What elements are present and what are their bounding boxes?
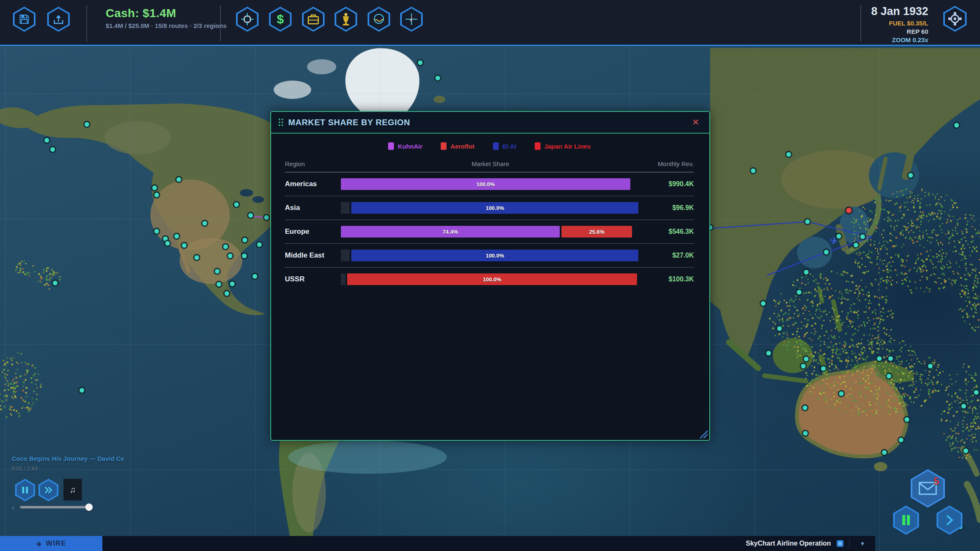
drag-handle-icon[interactable]	[279, 119, 283, 126]
alert-airport-dot[interactable]	[845, 207, 852, 214]
navigation-button[interactable]	[400, 7, 423, 32]
share-percent: 25.6%	[589, 229, 604, 235]
airport-dot[interactable]	[181, 243, 187, 248]
airport-dot[interactable]	[963, 448, 969, 454]
airport-dot[interactable]	[154, 228, 160, 234]
airport-dot[interactable]	[264, 215, 269, 220]
airport-dot[interactable]	[229, 281, 235, 287]
fleet-button[interactable]	[302, 7, 325, 32]
music-skip-button[interactable]	[38, 479, 58, 501]
volume-note-icon: ♪	[12, 505, 14, 511]
wire-button[interactable]: ◈ WIRE	[0, 536, 102, 551]
airport-dot[interactable]	[241, 253, 247, 259]
airport-dot[interactable]	[886, 373, 892, 379]
settings-button[interactable]	[943, 6, 967, 32]
app-title-group: SkyChart Airline Operation ▼	[746, 536, 875, 551]
world-stats-button[interactable]	[368, 7, 390, 32]
music-pause-button[interactable]	[15, 479, 35, 501]
radar-button[interactable]	[236, 7, 259, 32]
floppy-icon	[13, 7, 36, 32]
airport-dot[interactable]	[202, 220, 208, 226]
airport-dot[interactable]	[242, 237, 248, 243]
airport-dot[interactable]	[823, 249, 829, 255]
airport-dot[interactable]	[234, 202, 239, 207]
track-title: Coco Begins His Journey — David Ce	[12, 455, 137, 462]
volume-slider[interactable]	[20, 506, 91, 508]
airline-legend: KuhnAirAeroflotEl AlJapan Air Lines	[285, 142, 694, 150]
dollar-icon: $	[277, 12, 284, 26]
airport-dot[interactable]	[898, 437, 904, 443]
airport-dot[interactable]	[227, 253, 233, 259]
window-header[interactable]: MARKET SHARE BY REGION ✕	[271, 112, 709, 134]
airport-dot[interactable]	[176, 177, 182, 182]
airport-dot[interactable]	[417, 60, 423, 66]
airport-dot[interactable]	[803, 356, 809, 362]
achievements-button[interactable]	[335, 7, 357, 32]
close-icon[interactable]: ✕	[689, 116, 702, 128]
inbox-button[interactable]: 5	[911, 469, 945, 508]
airport-dot[interactable]	[435, 75, 441, 81]
airport-dot[interactable]	[927, 363, 933, 369]
airport-dot[interactable]	[214, 268, 220, 274]
airport-dot[interactable]	[800, 363, 806, 369]
legend-label: Aeroflot	[450, 143, 475, 150]
airport-dot[interactable]	[154, 192, 160, 198]
airport-dot[interactable]	[838, 391, 844, 397]
airport-dot[interactable]	[766, 350, 772, 356]
chevron-down-icon[interactable]: ▼	[856, 541, 869, 547]
airport-dot[interactable]	[888, 356, 894, 361]
airport-dot[interactable]	[836, 233, 842, 239]
airport-dot[interactable]	[50, 147, 56, 152]
game-date: 8 Jan 1932	[871, 5, 928, 18]
airport-dot[interactable]	[84, 121, 90, 127]
airport-dot[interactable]	[216, 281, 222, 287]
speed-forward-button[interactable]	[937, 506, 962, 535]
airport-dot[interactable]	[194, 255, 200, 260]
airport-dot[interactable]	[79, 387, 85, 393]
airport-dot[interactable]	[904, 417, 910, 422]
airport-dot[interactable]	[224, 291, 230, 296]
airport-dot[interactable]	[876, 356, 882, 361]
airport-dot[interactable]	[802, 405, 808, 411]
game-pause-button[interactable]	[893, 506, 919, 535]
airport-dot[interactable]	[860, 234, 866, 240]
airport-dot[interactable]	[256, 242, 262, 248]
app-title: SkyChart Airline Operation	[746, 540, 831, 547]
wire-label: WIRE	[46, 539, 66, 548]
music-list-button[interactable]: ♫	[63, 479, 82, 500]
airport-dot[interactable]	[973, 389, 979, 395]
airport-dot[interactable]	[786, 152, 792, 157]
airport-dot[interactable]	[853, 242, 859, 248]
airport-dot[interactable]	[777, 326, 782, 331]
legend-swatch	[441, 142, 447, 150]
airport-dot[interactable]	[881, 450, 887, 455]
airport-dot[interactable]	[908, 172, 914, 178]
airport-dot[interactable]	[165, 240, 170, 246]
load-button[interactable]	[47, 7, 70, 32]
top-bar: Cash: $1.4M $1.4M / $25.0M · 15/8 routes…	[0, 0, 980, 46]
app-pause-chip[interactable]	[837, 540, 843, 547]
save-button[interactable]	[13, 7, 36, 32]
airport-dot[interactable]	[820, 366, 826, 372]
zoom-level: ZOOM 0.23x	[871, 36, 928, 43]
airport-dot[interactable]	[961, 403, 967, 409]
airport-dot[interactable]	[796, 289, 802, 295]
share-bar-segment: 100.0%	[347, 273, 637, 285]
airport-dot[interactable]	[44, 137, 50, 143]
airport-dot[interactable]	[954, 122, 960, 128]
airport-dot[interactable]	[805, 219, 810, 225]
airport-dot[interactable]	[52, 280, 58, 286]
share-bar-segment: 25.6%	[561, 226, 632, 238]
airport-dot[interactable]	[750, 168, 756, 174]
airport-dot[interactable]	[802, 430, 808, 436]
share-bar-segment: 100.0%	[351, 202, 638, 214]
airport-dot[interactable]	[152, 185, 157, 191]
finance-button[interactable]: $	[269, 7, 292, 32]
airport-dot[interactable]	[803, 269, 809, 275]
airport-dot[interactable]	[248, 212, 254, 218]
resize-handle[interactable]	[698, 428, 708, 439]
airport-dot[interactable]	[760, 301, 766, 306]
airport-dot[interactable]	[252, 273, 258, 279]
airport-dot[interactable]	[174, 233, 180, 239]
airport-dot[interactable]	[223, 244, 228, 250]
